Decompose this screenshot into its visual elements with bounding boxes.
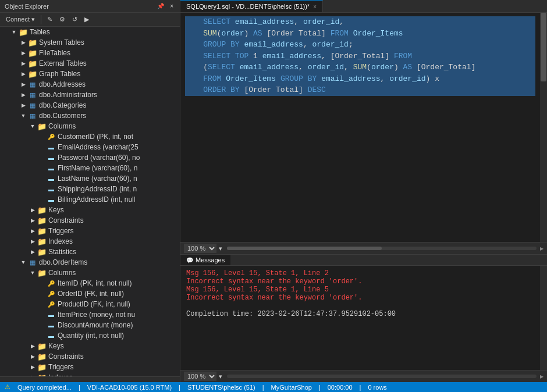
tree-node-orderitems[interactable]: ▼ ▦ dbo.OrderItems: [0, 257, 180, 268]
node-label-customers: dbo.Customers: [39, 112, 86, 120]
expander[interactable]: ▶: [28, 228, 37, 234]
node-label-graph-tables: Graph Tables: [39, 70, 80, 78]
tree-node-filetables[interactable]: ▶ 📁 FileTables: [0, 48, 180, 58]
tree-node-constraints[interactable]: ▶ 📁 Constraints: [0, 215, 180, 226]
tree-node-orderid[interactable]: 🔑 OrderID (FK, int, null): [0, 288, 180, 299]
tree-node-indexes[interactable]: ▶ 📁 Indexes: [0, 236, 180, 247]
tree-node-constraints2[interactable]: ▶ 📁 Constraints: [0, 351, 180, 362]
tree-node-indexes2[interactable]: ▶ 📁 Indexes: [0, 372, 180, 376]
node-label: ShippingAddressID (int, n: [58, 185, 137, 193]
tree-node-columns-folder[interactable]: ▼ 📁 Columns: [0, 121, 180, 131]
filter-button[interactable]: ⚙: [57, 15, 68, 24]
expander[interactable]: ▶: [28, 343, 37, 349]
status-separator-5: |: [360, 384, 361, 391]
tree-node-password[interactable]: ▬ Password (varchar(60), no: [0, 152, 180, 163]
expander[interactable]: ▶: [19, 71, 28, 77]
msg-line-4: Incorrect syntax near the keyword 'order…: [186, 294, 534, 302]
tree-node-tables[interactable]: ▼ 📁 Tables: [0, 27, 180, 37]
messages-tab[interactable]: 💬 Messages: [180, 255, 230, 265]
messages-content[interactable]: Msg 156, Level 15, State 1, Line 2 Incor…: [180, 266, 540, 370]
tree-node-triggers2[interactable]: ▶ 📁 Triggers: [0, 362, 180, 372]
editor-tab-close[interactable]: ×: [313, 3, 317, 10]
messages-hscroll[interactable]: [227, 375, 537, 378]
node-label: EmailAddress (varchar(25: [58, 143, 138, 151]
tree-node-productid[interactable]: 🔑 ProductID (FK, int, null): [0, 299, 180, 309]
hscroll-track[interactable]: [227, 247, 537, 250]
messages-vscroll[interactable]: [540, 266, 547, 370]
tree-node-itemid[interactable]: 🔑 ItemID (PK, int, not null): [0, 278, 180, 288]
expander[interactable]: ▶: [19, 81, 28, 87]
expander[interactable]: ▶: [28, 249, 37, 255]
zoom-arrow[interactable]: ▾: [219, 245, 222, 252]
node-label: System Tables: [39, 38, 84, 47]
tree-node-customerid[interactable]: 🔑 CustomerID (PK, int, not: [0, 131, 180, 142]
node-label: Constraints: [48, 352, 84, 361]
tree-node-addresses[interactable]: ▶ ▦ dbo.Addresses: [0, 79, 180, 90]
tree-node-itemprice[interactable]: ▬ ItemPrice (money, not nu: [0, 309, 180, 320]
expander-customers[interactable]: ▼: [19, 113, 28, 119]
panel-controls: 📌 ×: [155, 2, 175, 10]
tree-node-discountamount[interactable]: ▬ DiscountAmount (mone): [0, 320, 180, 330]
hscroll-right-arrow[interactable]: ▶: [540, 246, 544, 251]
editor-tab[interactable]: SQLQuery1.sql - VD...DENTS\phelsc (51))*…: [180, 0, 323, 12]
expander[interactable]: ▶: [19, 102, 28, 108]
expander[interactable]: ▶: [28, 207, 37, 213]
tree-node-system-tables[interactable]: ▶ 📁 System Tables: [0, 37, 180, 48]
tree-node-shippingaddress[interactable]: ▬ ShippingAddressID (int, n: [0, 184, 180, 194]
code-vscroll[interactable]: [540, 13, 547, 242]
expander[interactable]: ▶: [28, 238, 37, 244]
vscroll-thumb[interactable]: [541, 13, 546, 81]
expander[interactable]: ▶: [19, 60, 28, 66]
database-name: MyGuitarShop: [271, 384, 312, 391]
tree-node-quantity[interactable]: ▬ Quantity (int, not null): [0, 330, 180, 341]
expander-tables[interactable]: ▼: [9, 29, 19, 35]
tree-node-columns2-folder[interactable]: ▼ 📁 Columns: [0, 268, 180, 278]
refresh-button[interactable]: ↺: [70, 15, 80, 24]
expander[interactable]: ▼: [28, 270, 37, 276]
tree-node-firstname[interactable]: ▬ FirstName (varchar(60), n: [0, 163, 180, 173]
folder-icon: 📁: [37, 352, 47, 361]
messages-zoom-select[interactable]: 100 %: [184, 372, 216, 381]
expander[interactable]: ▶: [19, 40, 28, 45]
messages-zoom-arrow[interactable]: ▾: [219, 373, 222, 380]
table-icon: ▦: [28, 90, 37, 99]
oe-toolbar: Connect ▾ ✎ ⚙ ↺ ▶: [0, 13, 180, 27]
expander-columns[interactable]: ▼: [28, 123, 37, 129]
tree-node-keys[interactable]: ▶ 📁 Keys: [0, 205, 180, 215]
tree-node-lastname[interactable]: ▬ LastName (varchar(60), n: [0, 173, 180, 184]
expander[interactable]: ▶: [28, 354, 37, 359]
zoom-select[interactable]: 100 % 75 % 125 %: [184, 244, 216, 253]
tree-container[interactable]: ▼ 📁 Tables ▶ 📁 System Tables: [0, 27, 180, 376]
tree-node-administrators[interactable]: ▶ ▦ dbo.Administrators: [0, 90, 180, 100]
code-area: SELECT email_address, order_id, SUM(orde…: [180, 13, 547, 242]
expander-orderitems[interactable]: ▼: [19, 259, 28, 265]
expander[interactable]: ▶: [28, 218, 37, 223]
main-container: Object Explorer 📌 × Connect ▾ ✎ ⚙ ↺ ▶ ▼: [0, 0, 547, 382]
tree-node-external-tables[interactable]: ▶ 📁 External Tables: [0, 58, 180, 69]
tree-node-graph-tables[interactable]: ▶ 📁 Graph Tables: [0, 69, 180, 79]
code-editor[interactable]: SELECT email_address, order_id, SUM(orde…: [180, 13, 540, 242]
new-query-button[interactable]: ✎: [45, 15, 55, 24]
messages-hscroll-arrow[interactable]: ▶: [540, 374, 544, 379]
properties-button[interactable]: ▶: [82, 15, 91, 24]
tree-node-triggers[interactable]: ▶ 📁 Triggers: [0, 226, 180, 236]
status-bar: ⚠ Query completed... | VDI-ACAD10-005 (1…: [0, 382, 547, 392]
tree-node-billingaddress[interactable]: ▬ BillingAddressID (int, null: [0, 194, 180, 205]
expander[interactable]: ▶: [28, 364, 37, 370]
node-label: Keys: [48, 342, 64, 350]
node-label: FirstName (varchar(60), n: [58, 164, 137, 172]
warning-icon: ⚠: [5, 383, 10, 391]
tree-node-emailaddress[interactable]: ▬ EmailAddress (varchar(25: [0, 142, 180, 152]
msg-line-1: Msg 156, Level 15, State 1, Line 2: [186, 269, 534, 277]
tree-node-categories[interactable]: ▶ ▦ dbo.Categories: [0, 100, 180, 111]
expander[interactable]: ▶: [19, 92, 28, 98]
pin-button[interactable]: 📌: [155, 2, 166, 10]
expander[interactable]: ▶: [19, 50, 28, 56]
oe-hscroll[interactable]: [0, 376, 180, 382]
close-panel-button[interactable]: ×: [168, 2, 175, 10]
query-status: Query completed...: [17, 384, 72, 391]
tree-node-statistics[interactable]: ▶ 📁 Statistics: [0, 247, 180, 257]
connect-button[interactable]: Connect ▾: [3, 15, 37, 24]
tree-node-keys2[interactable]: ▶ 📁 Keys: [0, 341, 180, 351]
tree-node-customers[interactable]: ▼ ▦ dbo.Customers: [0, 111, 180, 121]
